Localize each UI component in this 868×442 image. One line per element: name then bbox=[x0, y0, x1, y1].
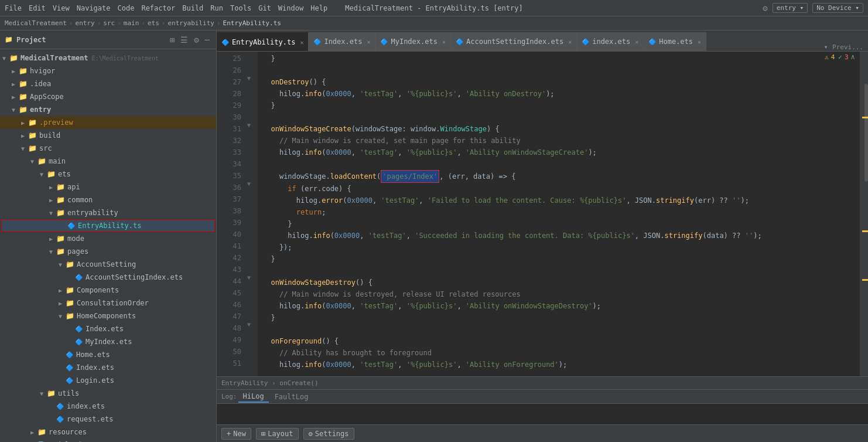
menu-window[interactable]: Window bbox=[278, 4, 303, 12]
settings-icon[interactable]: ⚙ bbox=[763, 4, 767, 13]
sidebar-collapse-icon[interactable]: ☰ bbox=[179, 35, 190, 45]
editor-scrollbar[interactable]: ⚠ 4 ✓ 3 ∧ bbox=[860, 52, 868, 376]
tree-item-consultationorder[interactable]: ▶ 📁 ConsultationOrder bbox=[0, 297, 216, 310]
tab-overflow-icon[interactable]: ▾ bbox=[824, 43, 828, 51]
folder-icon-api: 📁 bbox=[56, 183, 65, 191]
tab-close-index[interactable]: ✕ bbox=[367, 39, 370, 45]
scrollbar-track[interactable] bbox=[864, 52, 868, 376]
tab-label-entryability: EntryAbility.ts bbox=[232, 38, 295, 46]
tab-close-accountsetting[interactable]: ✕ bbox=[568, 39, 572, 45]
tabs-bar: 🔷 EntryAbility.ts ✕ 🔷 Index.ets ✕ 🔷 MyIn… bbox=[217, 30, 868, 52]
tree-item-src[interactable]: ▼ 📁 src bbox=[0, 142, 216, 155]
new-button[interactable]: + New bbox=[221, 428, 251, 440]
tab-icon-home: 🔷 bbox=[648, 38, 657, 46]
line-numbers: 25 26 27 28 29 30 31 32 33 34 35 36 37 3… bbox=[217, 52, 246, 376]
menu-bar[interactable]: File Edit View Navigate Code Refactor Bu… bbox=[5, 4, 327, 12]
sidebar-expand-icon[interactable]: ⊞ bbox=[168, 35, 176, 45]
tree-item-entryability[interactable]: ▼ 📁 entryability bbox=[0, 206, 216, 219]
tree-item-mode[interactable]: ▶ 📁 mode bbox=[0, 232, 216, 245]
entry-dropdown[interactable]: entry ▾ bbox=[773, 3, 808, 13]
breadcrumb-item-3[interactable]: src bbox=[103, 19, 115, 27]
tab-myindex[interactable]: 🔷 MyIndex.ets ✕ bbox=[375, 32, 451, 51]
breadcrumb-item-5[interactable]: ets bbox=[148, 19, 159, 27]
layout-button[interactable]: ⊞ Layout bbox=[256, 428, 299, 440]
tree-item-entryability-ts[interactable]: ▶ 🔷 EntryAbility.ts bbox=[1, 219, 215, 232]
sidebar-icons: ⊞ ☰ ⚙ ─ bbox=[168, 35, 211, 45]
menu-help[interactable]: Help bbox=[310, 4, 327, 12]
menu-refactor[interactable]: Refactor bbox=[141, 4, 175, 12]
tab-close-myindex[interactable]: ✕ bbox=[442, 39, 446, 45]
settings-button[interactable]: ⚙ Settings bbox=[303, 428, 354, 440]
breadcrumb-item-6[interactable]: entryability bbox=[168, 19, 214, 27]
breadcrumb-item-2[interactable]: entry bbox=[76, 19, 95, 27]
tree-item-appscope[interactable]: ▶ 📁 AppScope bbox=[0, 90, 216, 103]
fold-marker-49[interactable]: ▼ bbox=[247, 321, 251, 328]
tree-item-login-ets[interactable]: ▶ 🔷 Login.ets bbox=[0, 374, 216, 387]
tree-item-idea[interactable]: ▶ 📁 .idea bbox=[0, 77, 216, 90]
sidebar-close-icon[interactable]: ─ bbox=[203, 35, 211, 45]
tree-item-myindex-ets[interactable]: ▶ 🔷 MyIndex.ets bbox=[0, 335, 216, 348]
tree-item-pages[interactable]: ▼ 📁 pages bbox=[0, 245, 216, 258]
menu-tools[interactable]: Tools bbox=[230, 4, 251, 12]
tree-item-homecomponents[interactable]: ▼ 📁 HomeComponents bbox=[0, 310, 216, 322]
menu-run[interactable]: Run bbox=[210, 4, 223, 12]
tree-item-utils[interactable]: ▼ 📁 utils bbox=[0, 387, 216, 400]
tab-close-index2[interactable]: ✕ bbox=[635, 39, 638, 45]
tree-item-medical-treatment[interactable]: ▼ 📁 MedicalTreatment E:\MedicalTreatment bbox=[0, 52, 216, 64]
scrollbar-thumb[interactable] bbox=[864, 84, 868, 181]
breadcrumb-item-1[interactable]: MedicalTreatment bbox=[5, 19, 67, 27]
tree-item-request-ets[interactable]: ▶ 🔷 request.ets bbox=[0, 413, 216, 426]
breadcrumb-item-4[interactable]: main bbox=[124, 19, 139, 27]
menu-git[interactable]: Git bbox=[258, 4, 271, 12]
menu-code[interactable]: Code bbox=[118, 4, 135, 12]
tree-item-hvigor[interactable]: ▶ 📁 hvigor bbox=[0, 64, 216, 77]
tree-item-preview[interactable]: ▶ 📁 .preview bbox=[0, 116, 216, 129]
tab-close-entryability[interactable]: ✕ bbox=[300, 39, 303, 46]
tree-item-ets[interactable]: ▼ 📁 ets bbox=[0, 168, 216, 181]
fold-marker-31[interactable]: ▼ bbox=[247, 122, 251, 128]
tab-index2[interactable]: 🔷 index.ets ✕ bbox=[577, 32, 644, 51]
tab-icon-accountsetting: 🔷 bbox=[456, 38, 464, 46]
device-dropdown[interactable]: No Device ▾ bbox=[812, 3, 863, 13]
tree-item-entry[interactable]: ▼ 📁 entry bbox=[0, 103, 216, 116]
tab-home[interactable]: 🔷 Home.ets ✕ bbox=[644, 32, 706, 51]
menu-navigate[interactable]: Navigate bbox=[77, 4, 111, 12]
breadcrumb-item-7[interactable]: EntryAbility.ts bbox=[223, 19, 281, 27]
tab-icon-entryability: 🔷 bbox=[221, 39, 230, 46]
tree-item-build[interactable]: ▶ 📁 build bbox=[0, 129, 216, 142]
tree-item-accountsetting[interactable]: ▼ 📁 AccountSetting bbox=[0, 258, 216, 271]
tab-entryability[interactable]: 🔷 EntryAbility.ts ✕ bbox=[217, 32, 309, 51]
tree-item-accountsettingindex[interactable]: ▶ 🔷 AccountSettingIndex.ets bbox=[0, 271, 216, 284]
tab-close-home[interactable]: ✕ bbox=[698, 39, 701, 45]
tab-label-myindex: MyIndex.ets bbox=[391, 38, 437, 46]
menu-file[interactable]: File bbox=[5, 4, 22, 12]
tree-item-index-ets-pages[interactable]: ▶ 🔷 Index.ets bbox=[0, 361, 216, 374]
tree-item-index-utils[interactable]: ▶ 🔷 index.ets bbox=[0, 400, 216, 413]
sidebar-title: Project bbox=[16, 36, 46, 44]
menu-view[interactable]: View bbox=[53, 4, 70, 12]
menu-build[interactable]: Build bbox=[182, 4, 203, 12]
log-tab-hilog[interactable]: HiLog bbox=[238, 391, 269, 403]
collapse-icon[interactable]: ∧ bbox=[851, 53, 855, 61]
tree-item-common[interactable]: ▶ 📁 common bbox=[0, 193, 216, 206]
tab-accountsetting[interactable]: 🔷 AccountSettingIndex.ets ✕ bbox=[451, 32, 577, 51]
tree-item-module-json5[interactable]: ▶ 📄 module.json5 bbox=[0, 438, 216, 442]
tree-item-api[interactable]: ▶ 📁 api bbox=[0, 181, 216, 193]
tree-item-home-ets[interactable]: ▶ 🔷 Home.ets bbox=[0, 348, 216, 361]
tree-item-index-ets-homecomponents[interactable]: ▶ 🔷 Index.ets bbox=[0, 322, 216, 335]
tree-item-components[interactable]: ▶ 📁 Components bbox=[0, 284, 216, 297]
menu-edit[interactable]: Edit bbox=[29, 4, 46, 12]
fold-marker-27[interactable]: ▼ bbox=[247, 75, 251, 81]
sidebar-gear-icon[interactable]: ⚙ bbox=[192, 35, 200, 45]
fold-marker-44[interactable]: ▼ bbox=[247, 274, 251, 281]
fold-marker-35[interactable]: ▼ bbox=[247, 181, 251, 187]
log-tab-faultlog[interactable]: FaultLog bbox=[270, 392, 313, 402]
code-editor[interactable]: } onDestroy() { hilog.info(0x0000, 'test… bbox=[258, 52, 860, 376]
tab-index[interactable]: 🔷 Index.ets ✕ bbox=[309, 32, 375, 51]
tree-item-main[interactable]: ▼ 📁 main bbox=[0, 155, 216, 168]
tab-label-index: Index.ets bbox=[324, 38, 362, 46]
tree-item-resources[interactable]: ▶ 📁 resources bbox=[0, 426, 216, 438]
settings-label: Settings bbox=[315, 430, 349, 438]
folder-icon-components: 📁 bbox=[66, 286, 74, 294]
folder-icon-pages: 📁 bbox=[56, 247, 65, 256]
